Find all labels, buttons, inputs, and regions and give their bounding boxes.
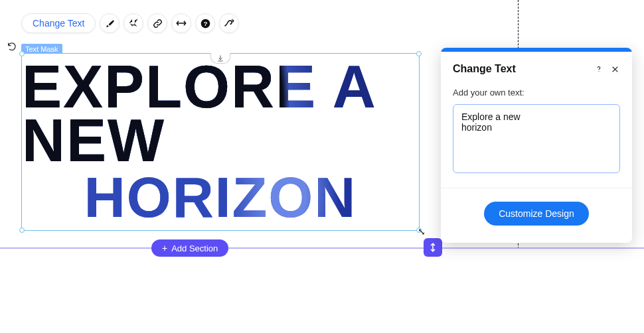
panel-body: Add your own text: (441, 85, 632, 188)
customize-design-button[interactable]: Customize Design (484, 202, 589, 226)
path-icon[interactable] (219, 13, 239, 33)
undo-icon[interactable] (5, 40, 19, 53)
selected-element-frame[interactable]: EXPLORE A NEW HORIZON ⤡ (21, 53, 420, 231)
svg-text:?: ? (204, 20, 208, 27)
resize-handle-br[interactable] (416, 228, 422, 233)
floating-toolbar: Change Text ? (21, 13, 239, 33)
panel-title: Change Text (453, 63, 591, 75)
text-field-label: Add your own text: (453, 88, 620, 98)
change-text-panel: Change Text Add your own text: Customize… (441, 48, 632, 243)
panel-footer: Customize Design (441, 188, 632, 243)
resize-handle-bl[interactable] (19, 228, 25, 233)
resize-handle-tl[interactable] (19, 51, 25, 56)
resize-handle-tr[interactable] (416, 51, 422, 56)
brush-icon[interactable] (100, 13, 120, 33)
section-resize-handle[interactable] (424, 238, 442, 257)
text-mask-content: EXPLORE A NEW HORIZON (22, 54, 419, 230)
close-icon[interactable] (607, 61, 623, 77)
help-icon[interactable]: ? (195, 13, 215, 33)
svg-point-2 (598, 71, 599, 72)
text-input[interactable] (453, 104, 620, 173)
add-section-label: Add Section (171, 243, 218, 253)
mask-line-2: HORIZON (84, 172, 357, 223)
section-divider (0, 247, 644, 249)
link-icon[interactable] (147, 13, 167, 33)
element-type-label: Text Mask (21, 44, 62, 54)
mask-line-1: EXPLORE A NEW (22, 60, 419, 168)
stretch-icon[interactable] (171, 13, 191, 33)
animation-icon[interactable] (123, 13, 143, 33)
change-text-button[interactable]: Change Text (21, 13, 96, 33)
add-section-button[interactable]: + Add Section (151, 239, 228, 257)
panel-help-icon[interactable] (591, 61, 607, 77)
panel-header: Change Text (441, 52, 632, 85)
plus-icon: + (162, 243, 167, 253)
